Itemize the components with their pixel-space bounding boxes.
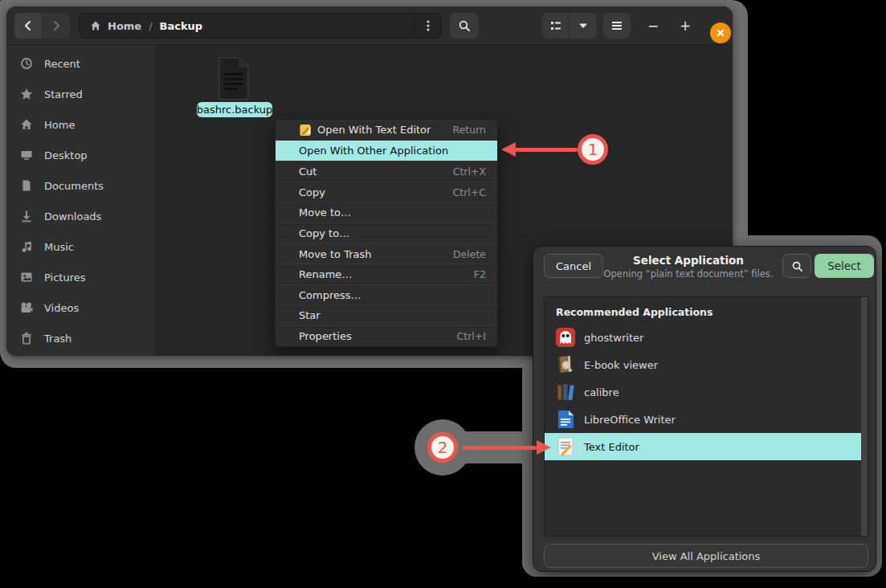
sidebar-item-label: Music [44,241,74,253]
ghostwriter-icon [555,327,576,348]
sidebar-item-label: Pictures [44,272,85,284]
app-row-libreoffice-writer[interactable]: LibreOffice Writer [545,406,868,433]
sidebar-item-label: Home [44,119,75,131]
sidebar-item-pictures[interactable]: Pictures [6,262,156,292]
close-icon [716,28,725,38]
select-button[interactable]: Select [815,254,874,278]
dialog-search-button[interactable] [782,254,811,278]
hamburger-menu-button[interactable] [603,13,631,39]
breadcrumb-home[interactable]: Home [80,20,141,32]
app-name: E-book viewer [584,359,658,371]
minimize-button[interactable]: − [639,13,667,39]
dialog-title: Select Application [598,254,779,267]
back-button[interactable] [14,13,42,39]
list-view-icon [549,19,562,32]
sidebar-item-home[interactable]: Home [6,109,156,140]
menu-item-label: Move to Trash [299,248,453,260]
video-camera-icon [20,301,33,314]
view-all-applications-button[interactable]: View All Applications [544,544,868,568]
sidebar-item-label: Documents [44,180,104,192]
music-note-icon [20,240,33,253]
breadcrumb-current[interactable]: Backup [160,20,203,32]
sidebar-item-label: Trash [44,333,71,345]
text-editor-icon [555,436,576,457]
list-view-button[interactable] [542,13,570,39]
view-options-button[interactable] [570,13,597,39]
menu-item-compress[interactable]: Compress… [276,284,497,305]
menu-item-cut[interactable]: Cut Ctrl+X [276,161,497,182]
menu-item-properties[interactable]: Properties Ctrl+I [276,325,497,346]
clock-icon [20,57,33,70]
search-icon [791,260,803,272]
menu-item-shortcut: F2 [474,268,486,280]
sidebar-item-label: Starred [44,88,83,100]
chevron-left-icon [22,20,34,31]
backup-file-icon[interactable] [215,55,252,101]
sidebar-item-starred[interactable]: Starred [6,79,156,109]
menu-item-move-to-trash[interactable]: Move to Trash Delete [276,243,497,264]
menu-item-label: Move to… [299,206,486,218]
app-row-calibre[interactable]: calibre [545,378,868,406]
menu-item-move-to[interactable]: Move to… [276,202,497,223]
app-row-ghostwriter[interactable]: ghostwriter [545,324,868,351]
menu-item-shortcut: Ctrl+I [457,330,486,342]
sidebar-item-music[interactable]: Music [6,231,156,262]
sidebar-item-downloads[interactable]: Downloads [6,201,156,231]
breadcrumb-separator: / [149,20,152,32]
menu-item-shortcut: Delete [453,248,486,260]
breadcrumb: Home / Backup [79,13,442,39]
app-row-text-editor[interactable]: Text Editor [545,433,868,460]
sidebar-item-recent[interactable]: Recent [6,48,156,79]
close-button[interactable] [710,22,731,43]
list-scrollbar[interactable] [861,297,868,536]
app-name: ghostwriter [584,332,643,344]
cancel-button[interactable]: Cancel [544,254,603,278]
menu-item-label: Star [299,309,486,321]
app-name: LibreOffice Writer [584,414,676,426]
path-menu-button[interactable] [414,14,441,38]
context-menu: Open With Text Editor Return Open With O… [275,119,498,347]
menu-item-copy-to[interactable]: Copy to… [276,223,497,243]
annotation-arrow-1-line [515,148,578,152]
view-toggle-group [542,13,597,39]
forward-button[interactable] [43,13,70,39]
text-editor-icon [299,124,312,137]
sidebar-item-trash[interactable]: Trash [6,323,156,353]
file-name-label[interactable]: bashrc.backup [197,102,272,117]
sidebar-item-videos[interactable]: Videos [6,292,156,323]
home-icon [20,118,33,131]
document-icon [20,179,33,192]
sidebar-item-desktop[interactable]: Desktop [6,140,156,170]
breadcrumb-root-label: Home [108,20,141,32]
annotation-badge-1: 1 [578,134,608,165]
sidebar: Recent Starred Home Desktop Documents Do… [6,45,157,356]
app-name: Text Editor [584,441,639,453]
download-icon [20,210,33,223]
application-list: Recommended Applications ghostwriter E- [544,296,868,537]
list-section-header: Recommended Applications [545,297,868,324]
menu-item-rename[interactable]: Rename… F2 [276,263,497,284]
menu-item-label: Open With Text Editor [317,124,453,136]
sidebar-item-label: Recent [44,58,80,70]
menu-item-copy[interactable]: Copy Ctrl+C [276,182,497,202]
menu-item-label: Rename… [299,268,474,280]
menu-item-label: Open With Other Application [299,145,486,157]
calibre-icon [555,382,576,402]
menu-item-label: Copy to… [299,227,486,239]
menu-item-shortcut: Return [453,124,486,136]
menu-item-star[interactable]: Star [276,305,497,326]
kebab-menu-icon [423,19,434,32]
libreoffice-writer-icon [555,409,576,430]
picture-icon [20,271,33,284]
app-row-ebook-viewer[interactable]: E-book viewer [545,351,868,378]
maximize-button[interactable]: + [672,13,699,39]
menu-item-open-with-text-editor[interactable]: Open With Text Editor Return [276,120,497,141]
chevron-down-icon [578,22,588,29]
search-icon [458,19,471,32]
menu-item-open-with-other-application[interactable]: Open With Other Application [276,141,497,161]
sidebar-item-documents[interactable]: Documents [6,170,156,201]
annotation-arrow-2-head [537,440,551,455]
search-button[interactable] [450,13,479,39]
menu-item-label: Copy [299,186,453,198]
annotation-arrow-1-head [501,142,516,157]
